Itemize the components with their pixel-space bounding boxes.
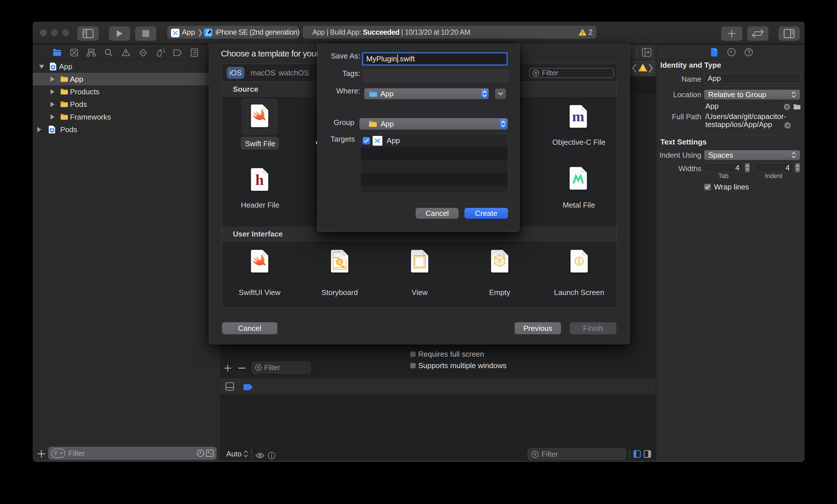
svg-text:1: 1 [577,257,581,265]
svg-text:m: m [572,108,584,124]
svg-text:h: h [255,172,264,188]
